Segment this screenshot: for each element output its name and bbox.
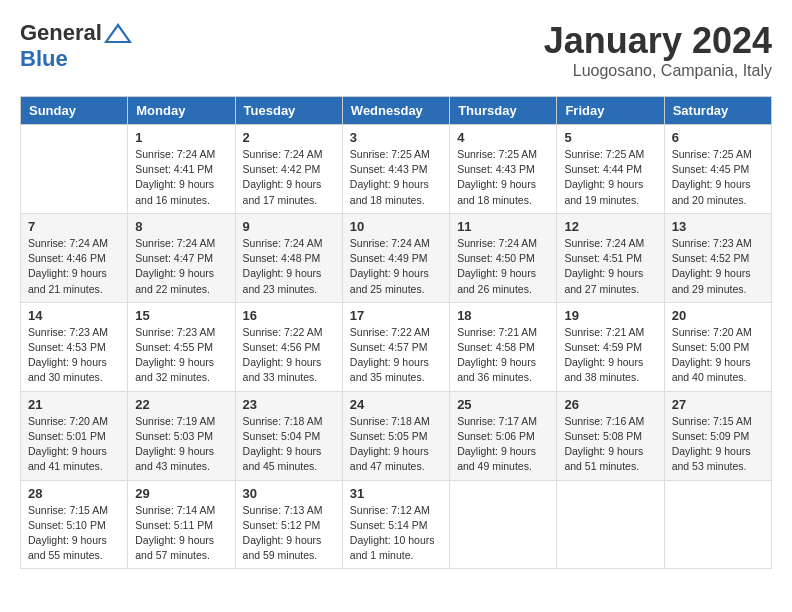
calendar-day-cell: 6Sunrise: 7:25 AM Sunset: 4:45 PM Daylig… [664, 125, 771, 214]
calendar-day-cell: 9Sunrise: 7:24 AM Sunset: 4:48 PM Daylig… [235, 213, 342, 302]
calendar-day-cell: 19Sunrise: 7:21 AM Sunset: 4:59 PM Dayli… [557, 302, 664, 391]
calendar-day-cell [21, 125, 128, 214]
calendar-week-row: 7Sunrise: 7:24 AM Sunset: 4:46 PM Daylig… [21, 213, 772, 302]
day-number: 18 [457, 308, 549, 323]
calendar-day-cell: 14Sunrise: 7:23 AM Sunset: 4:53 PM Dayli… [21, 302, 128, 391]
calendar-day-cell [557, 480, 664, 569]
day-number: 14 [28, 308, 120, 323]
calendar-day-cell: 15Sunrise: 7:23 AM Sunset: 4:55 PM Dayli… [128, 302, 235, 391]
calendar-day-cell: 16Sunrise: 7:22 AM Sunset: 4:56 PM Dayli… [235, 302, 342, 391]
calendar-day-cell: 7Sunrise: 7:24 AM Sunset: 4:46 PM Daylig… [21, 213, 128, 302]
calendar-week-row: 21Sunrise: 7:20 AM Sunset: 5:01 PM Dayli… [21, 391, 772, 480]
logo: General Blue [20, 20, 132, 72]
day-number: 5 [564, 130, 656, 145]
calendar-day-cell: 24Sunrise: 7:18 AM Sunset: 5:05 PM Dayli… [342, 391, 449, 480]
day-info: Sunrise: 7:24 AM Sunset: 4:42 PM Dayligh… [243, 147, 335, 208]
calendar-day-header: Tuesday [235, 97, 342, 125]
day-info: Sunrise: 7:21 AM Sunset: 4:58 PM Dayligh… [457, 325, 549, 386]
day-number: 31 [350, 486, 442, 501]
day-info: Sunrise: 7:22 AM Sunset: 4:56 PM Dayligh… [243, 325, 335, 386]
day-info: Sunrise: 7:25 AM Sunset: 4:43 PM Dayligh… [457, 147, 549, 208]
calendar-day-cell: 3Sunrise: 7:25 AM Sunset: 4:43 PM Daylig… [342, 125, 449, 214]
logo-icon [104, 23, 132, 43]
calendar-day-cell: 1Sunrise: 7:24 AM Sunset: 4:41 PM Daylig… [128, 125, 235, 214]
calendar-day-cell: 8Sunrise: 7:24 AM Sunset: 4:47 PM Daylig… [128, 213, 235, 302]
calendar-day-cell: 21Sunrise: 7:20 AM Sunset: 5:01 PM Dayli… [21, 391, 128, 480]
calendar-day-cell: 11Sunrise: 7:24 AM Sunset: 4:50 PM Dayli… [450, 213, 557, 302]
day-info: Sunrise: 7:25 AM Sunset: 4:45 PM Dayligh… [672, 147, 764, 208]
calendar-day-cell: 2Sunrise: 7:24 AM Sunset: 4:42 PM Daylig… [235, 125, 342, 214]
day-number: 29 [135, 486, 227, 501]
calendar-day-header: Friday [557, 97, 664, 125]
calendar-day-cell [450, 480, 557, 569]
day-info: Sunrise: 7:18 AM Sunset: 5:05 PM Dayligh… [350, 414, 442, 475]
day-info: Sunrise: 7:25 AM Sunset: 4:43 PM Dayligh… [350, 147, 442, 208]
day-info: Sunrise: 7:23 AM Sunset: 4:53 PM Dayligh… [28, 325, 120, 386]
day-number: 11 [457, 219, 549, 234]
calendar-week-row: 14Sunrise: 7:23 AM Sunset: 4:53 PM Dayli… [21, 302, 772, 391]
calendar-day-cell: 28Sunrise: 7:15 AM Sunset: 5:10 PM Dayli… [21, 480, 128, 569]
calendar-day-cell: 20Sunrise: 7:20 AM Sunset: 5:00 PM Dayli… [664, 302, 771, 391]
day-number: 13 [672, 219, 764, 234]
day-info: Sunrise: 7:24 AM Sunset: 4:47 PM Dayligh… [135, 236, 227, 297]
day-info: Sunrise: 7:24 AM Sunset: 4:51 PM Dayligh… [564, 236, 656, 297]
calendar-day-header: Sunday [21, 97, 128, 125]
day-info: Sunrise: 7:15 AM Sunset: 5:10 PM Dayligh… [28, 503, 120, 564]
day-number: 23 [243, 397, 335, 412]
day-info: Sunrise: 7:25 AM Sunset: 4:44 PM Dayligh… [564, 147, 656, 208]
day-number: 8 [135, 219, 227, 234]
calendar-day-cell: 27Sunrise: 7:15 AM Sunset: 5:09 PM Dayli… [664, 391, 771, 480]
day-info: Sunrise: 7:24 AM Sunset: 4:50 PM Dayligh… [457, 236, 549, 297]
calendar-day-cell: 30Sunrise: 7:13 AM Sunset: 5:12 PM Dayli… [235, 480, 342, 569]
day-number: 10 [350, 219, 442, 234]
calendar-day-header: Thursday [450, 97, 557, 125]
calendar-day-cell: 12Sunrise: 7:24 AM Sunset: 4:51 PM Dayli… [557, 213, 664, 302]
day-number: 3 [350, 130, 442, 145]
calendar-day-cell: 26Sunrise: 7:16 AM Sunset: 5:08 PM Dayli… [557, 391, 664, 480]
day-number: 30 [243, 486, 335, 501]
calendar-day-cell: 10Sunrise: 7:24 AM Sunset: 4:49 PM Dayli… [342, 213, 449, 302]
calendar-day-cell: 13Sunrise: 7:23 AM Sunset: 4:52 PM Dayli… [664, 213, 771, 302]
page-header: General Blue January 2024 Luogosano, Cam… [20, 20, 772, 80]
day-info: Sunrise: 7:24 AM Sunset: 4:49 PM Dayligh… [350, 236, 442, 297]
day-info: Sunrise: 7:19 AM Sunset: 5:03 PM Dayligh… [135, 414, 227, 475]
calendar-day-cell: 25Sunrise: 7:17 AM Sunset: 5:06 PM Dayli… [450, 391, 557, 480]
calendar-day-cell: 22Sunrise: 7:19 AM Sunset: 5:03 PM Dayli… [128, 391, 235, 480]
day-info: Sunrise: 7:20 AM Sunset: 5:01 PM Dayligh… [28, 414, 120, 475]
day-info: Sunrise: 7:22 AM Sunset: 4:57 PM Dayligh… [350, 325, 442, 386]
day-number: 22 [135, 397, 227, 412]
calendar-header-row: SundayMondayTuesdayWednesdayThursdayFrid… [21, 97, 772, 125]
day-info: Sunrise: 7:24 AM Sunset: 4:41 PM Dayligh… [135, 147, 227, 208]
day-info: Sunrise: 7:16 AM Sunset: 5:08 PM Dayligh… [564, 414, 656, 475]
calendar-day-cell [664, 480, 771, 569]
day-info: Sunrise: 7:18 AM Sunset: 5:04 PM Dayligh… [243, 414, 335, 475]
day-info: Sunrise: 7:13 AM Sunset: 5:12 PM Dayligh… [243, 503, 335, 564]
day-number: 7 [28, 219, 120, 234]
day-number: 26 [564, 397, 656, 412]
day-info: Sunrise: 7:17 AM Sunset: 5:06 PM Dayligh… [457, 414, 549, 475]
day-number: 25 [457, 397, 549, 412]
day-number: 1 [135, 130, 227, 145]
day-number: 12 [564, 219, 656, 234]
logo-general-text: General [20, 20, 102, 46]
day-info: Sunrise: 7:21 AM Sunset: 4:59 PM Dayligh… [564, 325, 656, 386]
day-number: 24 [350, 397, 442, 412]
calendar-day-header: Monday [128, 97, 235, 125]
title-section: January 2024 Luogosano, Campania, Italy [544, 20, 772, 80]
calendar-week-row: 1Sunrise: 7:24 AM Sunset: 4:41 PM Daylig… [21, 125, 772, 214]
day-info: Sunrise: 7:14 AM Sunset: 5:11 PM Dayligh… [135, 503, 227, 564]
calendar-day-cell: 31Sunrise: 7:12 AM Sunset: 5:14 PM Dayli… [342, 480, 449, 569]
calendar-day-header: Saturday [664, 97, 771, 125]
calendar-table: SundayMondayTuesdayWednesdayThursdayFrid… [20, 96, 772, 569]
day-number: 21 [28, 397, 120, 412]
day-number: 17 [350, 308, 442, 323]
day-number: 2 [243, 130, 335, 145]
calendar-week-row: 28Sunrise: 7:15 AM Sunset: 5:10 PM Dayli… [21, 480, 772, 569]
day-info: Sunrise: 7:23 AM Sunset: 4:52 PM Dayligh… [672, 236, 764, 297]
day-info: Sunrise: 7:15 AM Sunset: 5:09 PM Dayligh… [672, 414, 764, 475]
day-number: 4 [457, 130, 549, 145]
day-number: 28 [28, 486, 120, 501]
day-info: Sunrise: 7:24 AM Sunset: 4:48 PM Dayligh… [243, 236, 335, 297]
month-title: January 2024 [544, 20, 772, 62]
calendar-day-header: Wednesday [342, 97, 449, 125]
